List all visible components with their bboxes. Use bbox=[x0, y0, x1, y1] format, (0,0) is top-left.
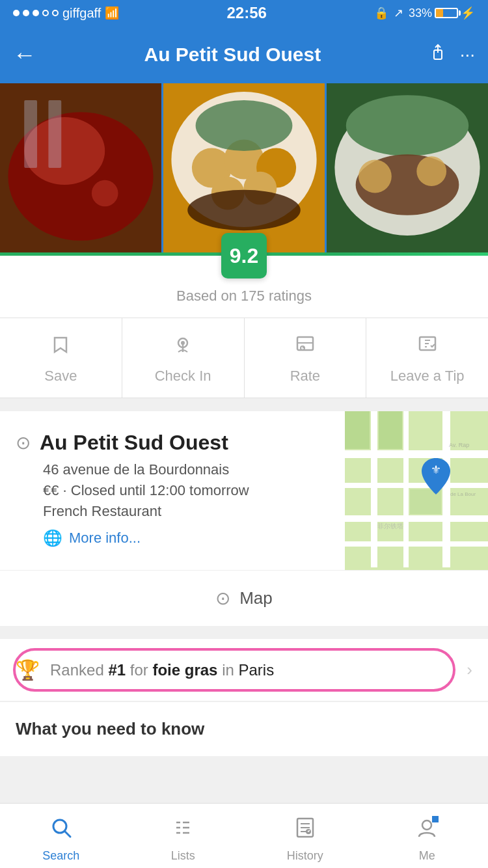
svg-rect-36 bbox=[371, 411, 377, 567]
svg-text:⚜: ⚜ bbox=[431, 463, 441, 476]
me-nav-label: Me bbox=[419, 849, 435, 863]
know-title: What you need to know bbox=[16, 719, 204, 739]
svg-point-22 bbox=[416, 156, 446, 186]
svg-point-24 bbox=[181, 341, 185, 345]
svg-point-21 bbox=[359, 160, 392, 193]
photos-section[interactable] bbox=[0, 83, 488, 252]
dot-1 bbox=[13, 10, 20, 16]
nav-lists[interactable]: Lists bbox=[122, 804, 245, 868]
svg-rect-34 bbox=[345, 515, 488, 522]
save-button[interactable]: Save bbox=[0, 318, 122, 398]
back-button[interactable]: ← bbox=[13, 41, 36, 68]
info-section: ⊙ Au Petit Sud Ouest 46 avenue de la Bou… bbox=[0, 411, 488, 570]
svg-text:de La Bour: de La Bour bbox=[450, 491, 476, 497]
map-row-label: Map bbox=[239, 588, 273, 608]
nav-actions: ··· bbox=[429, 44, 475, 66]
checkin-label: Check In bbox=[155, 368, 211, 385]
map-background: ⚜ 菲尔铁塔 Av. Rap de La Bour bbox=[345, 411, 488, 570]
status-bar: giffgaff 📶 22:56 🔒 ↗ 33% ⚡ bbox=[0, 0, 488, 26]
status-time: 22:56 bbox=[226, 4, 266, 22]
info-content: ⊙ Au Petit Sud Ouest 46 avenue de la Bou… bbox=[0, 411, 345, 570]
place-address: 46 avenue de la Bourdonnais bbox=[43, 461, 329, 478]
svg-point-5 bbox=[92, 180, 118, 207]
more-info-row[interactable]: 🌐 More info... bbox=[43, 529, 329, 547]
svg-rect-40 bbox=[379, 411, 402, 449]
map-row-icon: ⊙ bbox=[215, 588, 230, 609]
ranking-section[interactable]: 🏆 Ranked #1 for foie gras in Paris › bbox=[0, 639, 488, 701]
rating-text: Based on 175 ratings bbox=[176, 288, 312, 305]
battery-percent: 33% bbox=[409, 7, 432, 20]
lists-nav-icon bbox=[171, 816, 195, 845]
know-section: What you need to know bbox=[0, 701, 488, 756]
carrier-label: giffgaff bbox=[62, 6, 101, 21]
place-status: €€ · Closed until 12:00 tomorrow bbox=[43, 482, 329, 499]
ranking-city: Paris bbox=[238, 661, 274, 679]
battery-icon bbox=[435, 8, 458, 18]
photo-3[interactable] bbox=[327, 83, 488, 252]
action-buttons: Save Check In Rate bbox=[0, 318, 488, 398]
globe-icon: 🌐 bbox=[43, 529, 62, 547]
score-badge: 9.2 bbox=[221, 233, 267, 278]
share-button[interactable] bbox=[429, 44, 447, 66]
bottom-nav: Search Lists History bbox=[0, 803, 488, 868]
dot-2 bbox=[23, 10, 29, 16]
svg-rect-37 bbox=[403, 411, 409, 567]
svg-rect-6 bbox=[24, 100, 37, 168]
dot-5 bbox=[52, 10, 59, 16]
location-icon: ↗ bbox=[394, 6, 403, 20]
nav-history[interactable]: History bbox=[244, 804, 366, 868]
photo-1[interactable] bbox=[0, 83, 161, 252]
place-name-row: ⊙ Au Petit Sud Ouest bbox=[16, 431, 329, 455]
score-section: 9.2 Based on 175 ratings bbox=[0, 256, 488, 318]
svg-line-47 bbox=[65, 832, 70, 837]
tip-label: Leave a Tip bbox=[390, 368, 465, 385]
wifi-icon: 📶 bbox=[105, 6, 119, 20]
photo-2[interactable] bbox=[163, 83, 325, 252]
nav-me[interactable]: Me bbox=[366, 804, 489, 868]
section-spacer-1 bbox=[0, 398, 488, 411]
svg-rect-32 bbox=[345, 450, 488, 458]
place-type: French Restaurant bbox=[43, 503, 329, 520]
map-thumbnail[interactable]: ⚜ 菲尔铁塔 Av. Rap de La Bour bbox=[345, 411, 488, 570]
rate-button[interactable]: Rate bbox=[245, 318, 367, 398]
svg-point-16 bbox=[196, 100, 293, 151]
dot-4 bbox=[42, 10, 49, 16]
history-nav-label: History bbox=[287, 849, 323, 863]
battery-container: 33% ⚡ bbox=[409, 6, 475, 20]
svg-rect-39 bbox=[345, 411, 370, 449]
ranking-prefix: Ranked bbox=[50, 661, 108, 679]
more-button[interactable]: ··· bbox=[460, 44, 475, 65]
trophy-icon: 🏆 bbox=[16, 658, 40, 681]
ranking-rank: #1 bbox=[108, 661, 126, 679]
svg-rect-7 bbox=[48, 100, 61, 168]
dot-3 bbox=[33, 10, 39, 16]
section-spacer-2 bbox=[0, 626, 488, 639]
rate-label: Rate bbox=[290, 368, 320, 385]
tip-button[interactable]: Leave a Tip bbox=[366, 318, 488, 398]
more-info-link[interactable]: More info... bbox=[69, 530, 141, 547]
lists-nav-label: Lists bbox=[171, 849, 195, 863]
map-row[interactable]: ⊙ Map bbox=[0, 570, 488, 626]
svg-point-19 bbox=[346, 95, 468, 156]
lock-icon: 🔒 bbox=[374, 6, 388, 20]
svg-rect-38 bbox=[442, 411, 450, 567]
search-nav-label: Search bbox=[42, 849, 79, 863]
ranking-in: in bbox=[217, 661, 238, 679]
nav-title: Au Petit Sud Ouest bbox=[36, 44, 429, 66]
signal-dots bbox=[13, 10, 59, 16]
svg-point-59 bbox=[422, 821, 431, 830]
ranking-for: for bbox=[126, 661, 152, 679]
svg-text:菲尔铁塔: 菲尔铁塔 bbox=[377, 522, 403, 530]
nav-search[interactable]: Search bbox=[0, 804, 122, 868]
chevron-right-icon: › bbox=[467, 660, 472, 680]
ranking-text: Ranked #1 for foie gras in Paris bbox=[50, 661, 456, 679]
status-left: giffgaff 📶 bbox=[13, 6, 119, 21]
bookmark-icon bbox=[49, 334, 72, 361]
save-label: Save bbox=[44, 368, 77, 385]
svg-rect-35 bbox=[345, 541, 488, 547]
tip-icon bbox=[416, 334, 439, 361]
checkin-icon bbox=[172, 334, 194, 361]
ranking-keyword: foie gras bbox=[152, 661, 217, 679]
place-name: Au Petit Sud Ouest bbox=[40, 431, 228, 455]
checkin-button[interactable]: Check In bbox=[122, 318, 245, 398]
